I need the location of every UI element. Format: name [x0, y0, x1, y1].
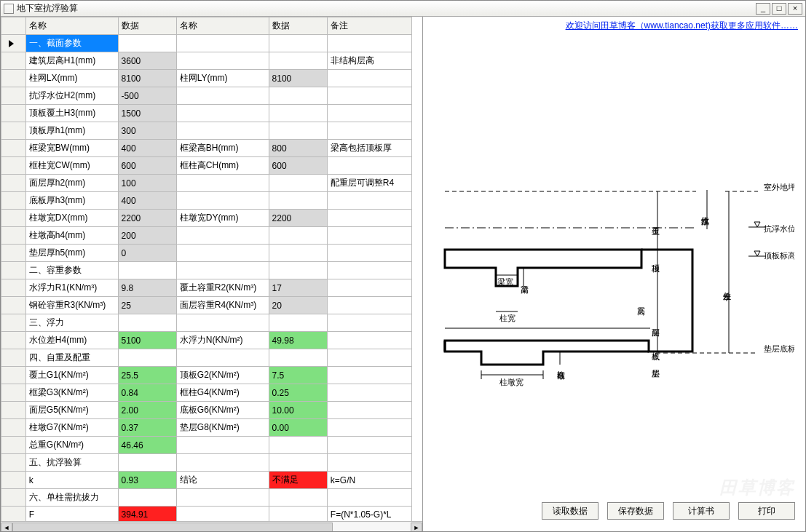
param-value2[interactable]: 2200	[269, 210, 327, 227]
param-value2[interactable]	[269, 52, 327, 70]
param-value2[interactable]	[269, 122, 327, 140]
param-value[interactable]: 5100	[118, 332, 176, 349]
param-value[interactable]: 46.46	[118, 437, 176, 454]
param-value[interactable]: 1500	[118, 105, 176, 122]
param-value2[interactable]	[269, 175, 327, 192]
param-value[interactable]: 0	[118, 245, 176, 262]
table-row[interactable]: 钢砼容重R3(KN/m³)25面层容重R4(KN/m³)20	[1, 297, 412, 314]
data-grid[interactable]: 名称 数据 名称 数据 备注 一、截面参数建筑层高H1(mm)3600非结构层高…	[1, 17, 412, 523]
save-data-button[interactable]: 保存数据	[607, 502, 664, 520]
param-value2[interactable]	[269, 227, 327, 245]
empty-cell	[327, 454, 411, 472]
scroll-right-button[interactable]: ►	[411, 523, 422, 533]
table-row[interactable]: 垫层厚h5(mm)0	[1, 245, 412, 262]
param-value[interactable]: 2.00	[118, 402, 176, 419]
param-value2[interactable]	[269, 105, 327, 122]
table-row[interactable]: 顶板厚h1(mm)300	[1, 122, 412, 140]
table-row[interactable]: 建筑层高H1(mm)3600非结构层高	[1, 52, 412, 70]
load-data-button[interactable]: 读取数据	[542, 502, 598, 520]
param-value[interactable]: 200	[118, 227, 176, 245]
param-value2[interactable]: 800	[269, 140, 327, 157]
param-value[interactable]: 0.84	[118, 384, 176, 402]
table-row[interactable]: 六、单柱需抗拔力	[1, 489, 412, 507]
scroll-track[interactable]	[12, 523, 411, 533]
table-row[interactable]: 框梁宽BW(mm)400框梁高BH(mm)800梁高包括顶板厚	[1, 140, 412, 157]
param-name2: 顶板G2(KN/m²)	[176, 367, 269, 384]
table-row[interactable]: 柱墩高h4(mm)200	[1, 227, 412, 245]
param-value2[interactable]: 49.98	[269, 332, 327, 349]
param-value2[interactable]: 600	[269, 157, 327, 175]
scroll-thumb[interactable]	[12, 523, 333, 533]
param-value[interactable]: 25	[118, 297, 176, 314]
param-name: 柱墩高h4(mm)	[25, 227, 118, 245]
label-bed: 垫层	[652, 370, 660, 378]
table-row[interactable]: F394.91F=(N*1.05-G)*L	[1, 507, 412, 523]
table-row[interactable]: 二、容重参数	[1, 262, 412, 279]
minimize-button[interactable]: _	[756, 3, 770, 15]
param-value[interactable]: 8100	[118, 70, 176, 87]
blog-link[interactable]: 欢迎访问田草博客（www.tiancao.net)获取更多应用软件……	[566, 20, 798, 32]
param-name: 框柱宽CW(mm)	[25, 157, 118, 175]
print-button[interactable]: 打印	[738, 502, 795, 520]
table-row[interactable]: 柱墩G7(KN/m²)0.37垫层G8(KN/m²)0.00	[1, 419, 412, 437]
param-value[interactable]: 400	[118, 192, 176, 210]
param-value[interactable]: 300	[118, 122, 176, 140]
table-row[interactable]: 五、抗浮验算	[1, 454, 412, 472]
param-value[interactable]: 600	[118, 157, 176, 175]
table-row[interactable]: 框柱宽CW(mm)600框柱高CH(mm)600	[1, 157, 412, 175]
table-row[interactable]: 顶板覆土H3(mm)1500	[1, 105, 412, 122]
table-row[interactable]: 框梁G3(KN/m²)0.84框柱G4(KN/m²)0.25	[1, 384, 412, 402]
table-row[interactable]: 抗浮水位H2(mm)-500	[1, 87, 412, 105]
param-value2[interactable]	[269, 507, 327, 523]
param-value[interactable]: 9.8	[118, 279, 176, 297]
table-row[interactable]: k0.93结论不满足k=G/N	[1, 472, 412, 489]
table-row[interactable]: 面层厚h2(mm)100配重层可调整R4	[1, 175, 412, 192]
label-water-diff: 水位差	[724, 293, 732, 301]
param-value2[interactable]: 0.00	[269, 419, 327, 437]
table-row[interactable]: 柱网LX(mm)8100柱网LY(mm)8100	[1, 70, 412, 87]
param-value[interactable]: 25.5	[118, 367, 176, 384]
param-value[interactable]: 2200	[118, 210, 176, 227]
param-value2[interactable]: 17	[269, 279, 327, 297]
param-note: 非结构层高	[327, 52, 411, 70]
table-row[interactable]: 三、浮力	[1, 314, 412, 332]
param-value[interactable]: 400	[118, 140, 176, 157]
param-value[interactable]: -500	[118, 87, 176, 105]
maximize-button[interactable]: □	[772, 3, 786, 15]
param-value2[interactable]: 20	[269, 297, 327, 314]
table-row[interactable]: 面层G5(KN/m²)2.00底板G6(KN/m²)10.00	[1, 402, 412, 419]
horizontal-scrollbar[interactable]: ◄ ►	[1, 521, 422, 532]
row-header	[1, 349, 26, 367]
param-value[interactable]: 3600	[118, 52, 176, 70]
param-value2[interactable]	[269, 437, 327, 454]
param-value[interactable]: 0.93	[118, 472, 176, 489]
close-button[interactable]: ×	[788, 3, 802, 15]
table-row[interactable]: 总重G(KN/m²)46.46	[1, 437, 412, 454]
table-row[interactable]: 覆土G1(KN/m²)25.5顶板G2(KN/m²)7.5	[1, 367, 412, 384]
param-value[interactable]: 100	[118, 175, 176, 192]
param-name2	[176, 227, 269, 245]
param-value2[interactable]	[269, 87, 327, 105]
empty-cell	[269, 262, 327, 279]
table-row[interactable]: 一、截面参数	[1, 35, 412, 52]
param-name: 柱墩G7(KN/m²)	[25, 419, 118, 437]
param-value2[interactable]: 7.5	[269, 367, 327, 384]
param-value2[interactable]: 8100	[269, 70, 327, 87]
table-row[interactable]: 水位差H4(mm)5100水浮力N(KN/m²)49.98	[1, 332, 412, 349]
table-row[interactable]: 柱墩宽DX(mm)2200柱墩宽DY(mm)2200	[1, 210, 412, 227]
table-row[interactable]: 底板厚h3(mm)400	[1, 192, 412, 210]
param-value2[interactable]	[269, 245, 327, 262]
param-value2[interactable]	[269, 192, 327, 210]
param-value2[interactable]: 不满足	[269, 472, 327, 489]
right-pane: 欢迎访问田草博客（www.tiancao.net)获取更多应用软件…… 室外地坪…	[423, 17, 805, 532]
param-value2[interactable]: 10.00	[269, 402, 327, 419]
scroll-left-button[interactable]: ◄	[1, 523, 12, 533]
empty-cell	[269, 349, 327, 367]
report-button[interactable]: 计算书	[673, 502, 730, 520]
param-value2[interactable]: 0.25	[269, 384, 327, 402]
param-value[interactable]: 394.91	[118, 507, 176, 523]
table-row[interactable]: 四、自重及配重	[1, 349, 412, 367]
table-row[interactable]: 水浮力R1(KN/m³)9.8覆土容重R2(KN/m³)17	[1, 279, 412, 297]
param-value[interactable]: 0.37	[118, 419, 176, 437]
empty-cell	[118, 35, 176, 52]
